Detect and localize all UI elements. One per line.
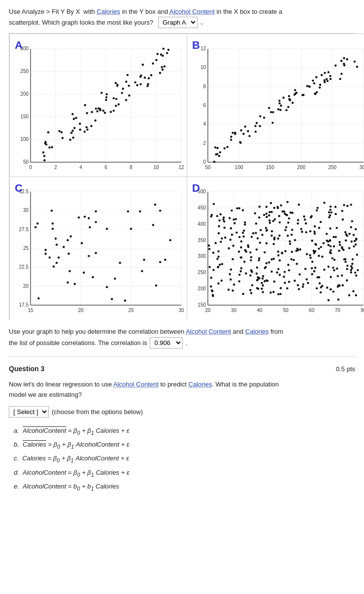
correlation-select[interactable]: 0.906 0.750 -0.906 0.100 -0.100 — [150, 337, 183, 349]
calories-link: Calories — [245, 328, 269, 335]
graph-d: D — [187, 176, 364, 319]
graph-b-label: B — [192, 39, 200, 52]
option-d: d. AlcoholContent = β0 + β1 Calories + ε — [14, 466, 355, 480]
question3-header: Question 3 0.5 pts — [9, 365, 355, 373]
q3-alcohol-link: Alcohol Content — [113, 381, 159, 388]
calories-highlight: Calories — [97, 8, 120, 15]
question3-text: Now let's do linear regression to use Al… — [9, 380, 355, 400]
correlation-row: Use your graph to help you determine the… — [9, 326, 355, 349]
model-select[interactable]: [ Select ] a b c d e — [9, 406, 49, 418]
graph-c-label: C — [15, 182, 23, 195]
options-list: a. AlcoholContent = β0 + β1 Calories + ε… — [9, 424, 355, 494]
choose-text: (choose from the options below) — [52, 408, 143, 416]
graph-d-label: D — [192, 182, 200, 195]
alcohol-highlight: Alcohol Content — [169, 8, 215, 15]
q3-calories-link: Calories — [189, 381, 212, 388]
question3-pts: 0.5 pts — [336, 365, 355, 373]
section-divider — [9, 356, 355, 357]
graph-b: B — [187, 34, 364, 176]
graph-a-label: A — [15, 39, 23, 52]
graphs-container: A B C D — [9, 33, 355, 320]
option-a: a. AlcoholContent = β0 + β1 Calories + ε — [14, 424, 355, 438]
graph-select[interactable]: Graph A Graph B Graph C Graph D — [158, 17, 198, 28]
page: Use Analyze > Fit Y By X with Calories i… — [0, 0, 364, 504]
option-c: c. Calories = β0 + β1 AlcoholContent + ε — [14, 452, 355, 466]
model-select-row: [ Select ] a b c d e (choose from the op… — [9, 406, 355, 418]
intro-question: Use Analyze > Fit Y By X with Calories i… — [9, 7, 355, 28]
option-e: e. AlcoholContent = b0 + b1 Calories — [14, 480, 355, 494]
correlation-period: . — [186, 339, 188, 347]
graph-a: A — [9, 34, 187, 176]
graph-c: C — [9, 176, 187, 319]
option-b: b. Calories = β0 + β1 AlcoholContent + ε — [14, 438, 355, 452]
question3-label: Question 3 — [9, 365, 44, 373]
alcohol-content-link: Alcohol Content — [186, 328, 231, 335]
